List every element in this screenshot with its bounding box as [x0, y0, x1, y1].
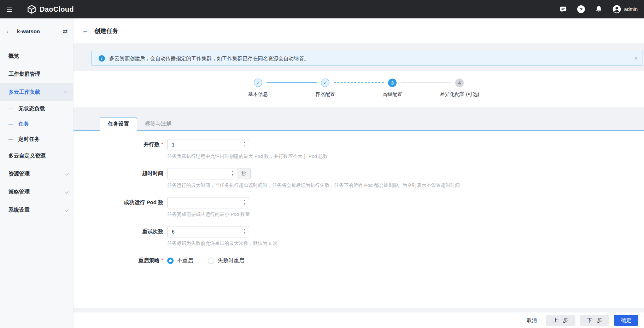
sidebar-item-custom-resources[interactable]: 多云自定义资源	[0, 147, 73, 165]
spinner-up-icon[interactable]: ▲	[243, 228, 246, 231]
sidebar-item-system-settings[interactable]: 系统设置	[0, 201, 73, 219]
sidebar-item-cronjobs[interactable]: 定时任务	[0, 132, 73, 147]
step-differentiated-config: 4 差异化配置 (可选)	[455, 79, 464, 98]
stepper: ✓ 基本信息 ✓ 容器配置 3 高级配置 4	[74, 71, 644, 107]
tab-labels-annotations[interactable]: 标签与注解	[137, 117, 179, 130]
daocloud-logo-icon	[27, 5, 36, 14]
spinner-down-icon[interactable]: ▼	[243, 231, 246, 235]
sidebar-item-label: 概览	[8, 53, 19, 59]
radio-unselected-icon	[208, 258, 214, 264]
step-connector-gray	[401, 82, 451, 83]
radio-selected-icon	[167, 258, 174, 264]
sidebar-item-label: 策略管理	[8, 189, 30, 195]
field-label: 超时时间	[74, 168, 163, 197]
help-icon[interactable]: ?	[577, 5, 585, 13]
info-icon: i	[99, 55, 105, 62]
timeout-input[interactable]	[167, 168, 237, 179]
sidebar-item-label: 工作集群管理	[8, 71, 40, 77]
field-help-text: 任务负载执行过程中允许同时创建的最大 Pod 数，并行数应不大于 Pod 总数	[167, 153, 328, 160]
brand: DaoCloud	[27, 5, 74, 14]
top-bar: ☰ DaoCloud ? admin	[0, 0, 644, 18]
sidebar-item-cluster-management[interactable]: 工作集群管理	[0, 65, 73, 83]
page-back-icon[interactable]: ←	[82, 27, 89, 35]
step-container-config: ✓ 容器配置	[321, 79, 329, 98]
field-help-text: 任务完成需要成功运行的最小 Pod 数量	[167, 211, 250, 218]
step-number: 3	[388, 79, 397, 87]
field-label: 重试次数	[74, 226, 163, 255]
number-spinner[interactable]: ▲▼	[231, 170, 234, 177]
step-check-icon: ✓	[321, 79, 329, 87]
workspace-name: k-watson	[17, 28, 40, 34]
sidebar-item-stateless-workloads[interactable]: 无状态负载	[0, 101, 73, 116]
sub-item-dash-icon	[8, 109, 13, 109]
retry-count-input[interactable]	[167, 226, 249, 237]
cancel-button[interactable]: 取消	[527, 317, 537, 324]
timeout-row: 超时时间 ▲▼ 秒 任务运行的最大时间，当任务执行超出该时间时，任务将会被标识为…	[74, 168, 644, 197]
radio-no-restart[interactable]: 不重启	[167, 257, 193, 264]
next-step-button[interactable]: 下一步	[580, 315, 610, 326]
spinner-up-icon[interactable]: ▲	[231, 170, 234, 173]
sidebar-item-overview[interactable]: 概览	[0, 47, 73, 65]
step-label: 高级配置	[382, 91, 402, 98]
sidebar-item-resource-management[interactable]: 资源管理	[0, 165, 73, 183]
sidebar-item-policy-management[interactable]: 策略管理	[0, 183, 73, 201]
user-menu[interactable]: admin	[612, 5, 638, 14]
workspace-back-icon[interactable]: ←	[6, 27, 12, 35]
workspace-switch-icon[interactable]: ⇄	[63, 28, 68, 35]
success-pods-input[interactable]	[167, 197, 249, 208]
sidebar-item-jobs[interactable]: 任务	[0, 116, 73, 132]
job-settings-form: 并行数* ▲▼ 任务负载执行过程中允许同时创建的最大 Pod 数，并行数应不大于…	[74, 131, 644, 308]
help-question-glyph: ?	[577, 5, 585, 13]
step-connector	[267, 82, 317, 83]
field-label: 成功运行 Pod 数	[74, 197, 163, 226]
hamburger-menu-icon[interactable]: ☰	[6, 5, 16, 13]
field-help-text: 任务标识为失败前允许重试的最大次数，默认为 6 次	[167, 240, 277, 247]
notifications-bell-icon[interactable]	[595, 5, 603, 13]
spinner-down-icon[interactable]: ▼	[231, 173, 234, 177]
field-help-text: 任务运行的最大时间，当任务执行超出该时间时，任务将会被标识为执行失败，任务下的所…	[167, 182, 460, 189]
step-label: 差异化配置 (可选)	[440, 91, 479, 98]
step-number: 4	[455, 79, 464, 87]
sidebar-item-label: 多云工作负载	[8, 89, 40, 96]
chevron-down-icon	[65, 171, 69, 175]
parallelism-input[interactable]	[167, 139, 249, 150]
step-advanced-config: 3 高级配置	[388, 79, 397, 98]
sub-item-dash-icon	[8, 124, 13, 125]
footer-actions: 取消 上一步 下一步 确定	[74, 312, 644, 328]
success-pods-row: 成功运行 Pod 数 ▲▼ 任务完成需要成功运行的最小 Pod 数量	[74, 197, 644, 226]
tab-job-settings[interactable]: 任务设置	[100, 117, 137, 131]
sidebar-item-label: 无状态负载	[18, 105, 45, 112]
required-asterisk: *	[161, 257, 163, 263]
radio-restart-on-failure[interactable]: 失败时重启	[208, 257, 244, 264]
messages-icon[interactable]	[559, 5, 568, 13]
number-spinner[interactable]: ▲▼	[243, 141, 246, 148]
chevron-up-icon	[64, 91, 68, 94]
sidebar: ← k-watson ⇄ 概览 工作集群管理 多云工作负载 无状态负载 任务 定…	[0, 18, 74, 328]
confirm-button[interactable]: 确定	[614, 315, 638, 326]
sidebar-item-label: 系统设置	[8, 207, 30, 213]
info-banner: i 多云资源创建后，会自动传播指定的工作集群，如工作集群已存在同名资源会自动纳管…	[91, 51, 643, 66]
info-banner-text: 多云资源创建后，会自动传播指定的工作集群，如工作集群已存在同名资源会自动纳管。	[109, 55, 309, 62]
spinner-down-icon[interactable]: ▼	[243, 144, 246, 148]
sidebar-item-label: 多云自定义资源	[8, 153, 46, 159]
username: admin	[624, 6, 638, 12]
spinner-up-icon[interactable]: ▲	[243, 199, 246, 202]
number-spinner[interactable]: ▲▼	[243, 228, 246, 235]
step-connector-dashed	[334, 82, 384, 83]
sidebar-item-multicloud-workloads[interactable]: 多云工作负载	[0, 83, 73, 101]
number-spinner[interactable]: ▲▼	[243, 199, 246, 206]
banner-close-icon[interactable]: ✕	[634, 56, 638, 61]
spinner-up-icon[interactable]: ▲	[243, 141, 246, 144]
sidebar-item-label: 资源管理	[8, 171, 30, 177]
previous-step-button[interactable]: 上一步	[546, 315, 575, 326]
tab-bar: 任务设置 标签与注解	[74, 117, 644, 131]
spinner-down-icon[interactable]: ▼	[243, 202, 246, 206]
avatar	[612, 5, 621, 14]
sidebar-item-label: 任务	[18, 121, 29, 127]
restart-policy-row: 重启策略* 不重启 失败时重启	[74, 255, 644, 264]
step-basic-info: ✓ 基本信息	[254, 79, 262, 98]
retry-row: 重试次数 ▲▼ 任务标识为失败前允许重试的最大次数，默认为 6 次	[74, 226, 644, 255]
page-title: 创建任务	[94, 27, 118, 35]
sub-item-dash-icon	[8, 139, 13, 140]
field-label: 并行数*	[74, 139, 163, 168]
